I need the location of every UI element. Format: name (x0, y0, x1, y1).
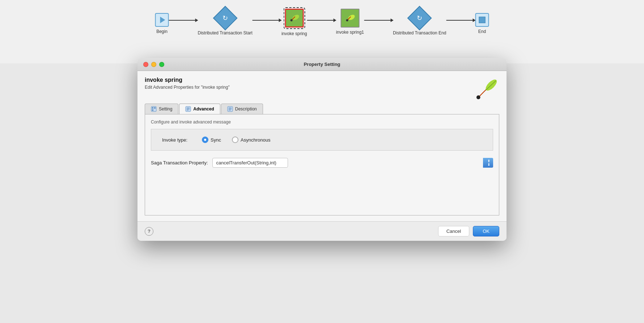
radio-sync-circle[interactable] (202, 137, 208, 143)
saga-select-wrapper: cancelTransferOut(String,int) ⬆⬇ (212, 158, 493, 168)
dialog-title-area: invoke spring Edit Advanced Properties f… (145, 77, 230, 90)
down-arrow-icon (486, 163, 490, 165)
arrow-1 (169, 20, 198, 21)
radio-sync-label: Sync (211, 137, 221, 143)
dialog-content: invoke spring Edit Advanced Properties f… (137, 71, 507, 221)
svg-point-5 (346, 19, 348, 21)
invoke-spring1-label: invoke spring1 (336, 30, 364, 35)
radio-sync[interactable]: Sync (202, 137, 221, 143)
flow-node-dist-start[interactable]: ↻ Distributed Transaction Start (198, 8, 253, 35)
cancel-button[interactable]: Cancel (438, 226, 469, 236)
close-button[interactable] (143, 62, 148, 67)
flow-diagram: Begin ↻ Distributed Transaction Start (0, 0, 644, 63)
radio-async-circle[interactable] (232, 137, 238, 143)
tab-description-label: Description (235, 106, 257, 112)
dist-end-shape: ↻ (407, 6, 432, 30)
radio-async-label: Asynchronous (241, 137, 270, 143)
tab-advanced-label: Advanced (193, 106, 214, 112)
invoke-type-box: Invoke type: Sync Asynchronous (151, 129, 493, 151)
refresh-icon: ↻ (223, 14, 228, 22)
flow-node-end[interactable]: End (475, 13, 489, 34)
arrow-2 (253, 20, 281, 21)
invoke-spring1-shape (340, 9, 359, 28)
tab-advanced[interactable]: Advanced (179, 104, 220, 114)
end-node-shape (475, 13, 489, 27)
dialog-footer: ? Cancel OK (137, 221, 507, 241)
window-buttons (143, 62, 164, 67)
flow-nodes: Begin ↻ Distributed Transaction Start (155, 11, 489, 36)
feather-svg (470, 75, 499, 100)
select-arrow-bg (483, 158, 493, 168)
arrow-5 (446, 20, 475, 21)
flow-node-invoke-spring1[interactable]: invoke spring1 (336, 9, 364, 35)
radio-group: Sync Asynchronous (202, 137, 270, 143)
svg-point-10 (476, 95, 480, 99)
title-bar: Property Setting (137, 58, 507, 71)
stop-icon (479, 17, 485, 23)
up-arrow-icon (486, 161, 490, 163)
play-icon (160, 17, 165, 23)
saga-label: Saga Transaction Property: (151, 160, 208, 165)
dialog-subtitle: Edit Advanced Properties for "invoke spr… (145, 85, 230, 90)
end-label: End (478, 29, 486, 34)
spring-icon-small (288, 12, 300, 24)
saga-select-arrow-icon: ⬆⬇ (487, 159, 490, 167)
help-button[interactable]: ? (145, 227, 153, 236)
tabs: Setting Advanced Description (145, 104, 499, 114)
minimize-button[interactable] (151, 62, 156, 67)
svg-point-0 (292, 14, 300, 21)
dialog-spring-icon (470, 77, 499, 98)
flow-node-begin[interactable]: Begin (155, 13, 169, 34)
advanced-tab-icon (185, 106, 191, 112)
footer-buttons: Cancel OK (438, 226, 499, 236)
invoke-type-label: Invoke type: (162, 137, 187, 143)
dist-start-shape: ↻ (213, 6, 237, 30)
svg-rect-13 (154, 107, 156, 109)
begin-label: Begin (156, 29, 168, 34)
node-title: invoke spring (145, 77, 230, 83)
ok-button[interactable]: OK (473, 226, 499, 236)
svg-rect-12 (152, 107, 153, 109)
radio-async[interactable]: Asynchronous (232, 137, 270, 143)
tab-description[interactable]: Description (221, 104, 263, 114)
svg-rect-14 (152, 109, 153, 111)
invoke-spring-shape (285, 9, 304, 28)
spring1-icon-small (344, 12, 356, 24)
tab-content-advanced: Configure and invoke advanced message In… (145, 114, 499, 215)
maximize-button[interactable] (159, 62, 164, 67)
svg-point-3 (347, 14, 356, 21)
arrow-4 (364, 20, 393, 21)
refresh-icon-end: ↻ (417, 14, 422, 22)
arrow-3 (307, 20, 336, 21)
dist-end-label: Distributed Transaction End (393, 30, 446, 35)
property-dialog: Property Setting invoke spring Edit Adva… (137, 58, 507, 241)
saga-row: Saga Transaction Property: cancelTransfe… (151, 158, 493, 168)
flow-node-dist-end[interactable]: ↻ Distributed Transaction End (393, 8, 446, 35)
saga-select[interactable]: cancelTransferOut(String,int) (212, 158, 288, 168)
flow-node-invoke-spring[interactable]: invoke spring (281, 7, 307, 36)
invoke-spring-label: invoke spring (281, 31, 307, 36)
tab-setting[interactable]: Setting (145, 104, 178, 114)
description-tab-icon (227, 106, 233, 112)
dialog-title: Property Setting (143, 62, 501, 67)
dist-start-label: Distributed Transaction Start (198, 30, 253, 35)
begin-node-shape (155, 13, 169, 27)
setting-tab-icon (151, 106, 157, 112)
section-label: Configure and invoke advanced message (151, 119, 493, 125)
dialog-header: invoke spring Edit Advanced Properties f… (145, 77, 499, 98)
svg-point-2 (290, 19, 292, 21)
tab-setting-label: Setting (159, 106, 172, 112)
